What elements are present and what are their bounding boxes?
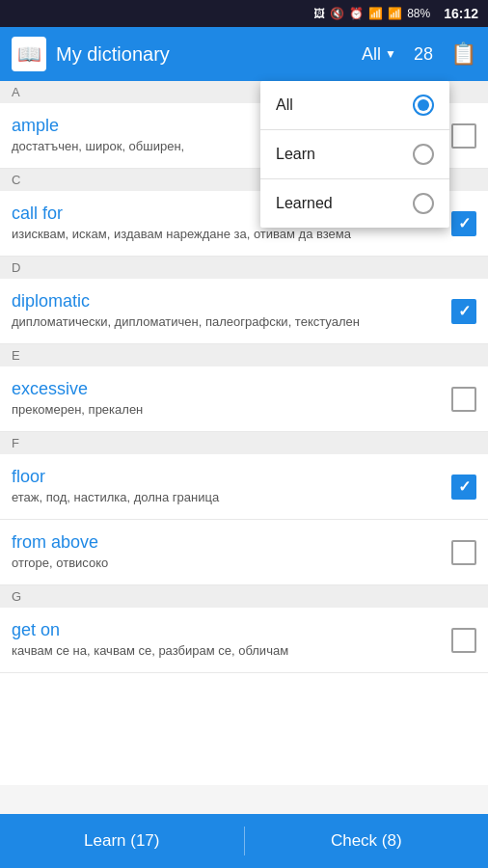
radio-learn[interactable] [413,144,434,165]
dropdown-learn-label: Learn [276,146,413,163]
translation-callfor: изисквам, искам, издавам нареждане за, о… [12,226,444,243]
clipboard-icon[interactable]: 📋 [450,41,476,67]
dropdown-learned-label: Learned [276,195,413,212]
dropdown-item-all[interactable]: All [260,81,449,130]
learn-button[interactable]: Learn (17) [0,814,244,868]
alarm-icon: ⏰ [349,7,364,20]
section-f: F [0,432,488,454]
battery-text: 88% [407,7,430,20]
checkbox-fromabove[interactable] [451,540,476,565]
word-count: 28 [414,44,433,65]
checkbox-excessive[interactable] [451,387,476,412]
checkbox-callfor[interactable] [451,211,476,236]
header: 📖 My dictionary All ▼ 28 📋 [0,27,488,81]
word-floor: floor [12,467,444,487]
list-item[interactable]: from above отгоре, отвисоко [0,520,488,585]
check-button[interactable]: Check (8) [245,814,489,868]
section-d: D [0,257,488,279]
status-icons: 🖼 🔇 ⏰ 📶 📶 88% [313,7,430,20]
image-icon: 🖼 [313,7,325,20]
word-excessive: excessive [12,379,444,399]
translation-diplomatic: дипломатически, дипломатичен, палеографс… [12,313,444,331]
checkbox-geton[interactable] [451,628,476,653]
list-item[interactable]: excessive прекомерен, прекален [0,366,488,432]
word-diplomatic: diplomatic [12,291,444,312]
signal-icon: 📶 [388,7,402,20]
radio-all[interactable] [413,95,434,116]
status-time: 16:12 [444,6,478,21]
chevron-down-icon: ▼ [385,47,396,61]
header-right: All ▼ 28 📋 [362,41,476,67]
app-logo: 📖 [12,37,46,71]
filter-dropdown: All Learn Learned [260,81,449,228]
item-content-floor: floor етаж, под, настилка, долна граница [12,467,444,506]
dropdown-item-learn[interactable]: Learn [260,130,449,179]
word-fromabove: from above [12,532,444,553]
translation-fromabove: отгоре, отвисоко [12,555,444,572]
dropdown-all-label: All [276,96,413,114]
list-item[interactable]: floor етаж, под, настилка, долна граница [0,454,488,520]
checkbox-diplomatic[interactable] [451,299,476,324]
section-e: E [0,344,488,366]
checkbox-floor[interactable] [451,475,476,500]
translation-excessive: прекомерен, прекален [12,401,444,419]
dropdown-item-learned[interactable]: Learned [260,179,449,228]
translation-geton: качвам се на, качвам се, разбирам се, об… [12,642,444,660]
radio-learned[interactable] [413,193,434,214]
filter-button[interactable]: All ▼ [362,44,396,65]
bottom-bar: Learn (17) Check (8) [0,814,488,868]
status-bar: 🖼 🔇 ⏰ 📶 📶 88% 16:12 [0,0,488,27]
list-item[interactable]: get on качвам се на, качвам се, разбирам… [0,608,488,673]
item-content-geton: get on качвам се на, качвам се, разбирам… [12,620,444,660]
section-g: G [0,585,488,608]
filter-label: All [362,44,381,65]
wifi-icon: 📶 [368,7,383,20]
item-content-fromabove: from above отгоре, отвисоко [12,532,444,572]
word-geton: get on [12,620,444,640]
item-content-excessive: excessive прекомерен, прекален [12,379,444,419]
mute-icon: 🔇 [330,7,344,20]
checkbox-ample[interactable] [451,123,476,149]
translation-floor: етаж, под, настилка, долна граница [12,489,444,506]
app-title: My dictionary [56,43,362,66]
item-content-diplomatic: diplomatic дипломатически, дипломатичен,… [12,291,444,331]
list-item[interactable]: diplomatic дипломатически, дипломатичен,… [0,279,488,344]
